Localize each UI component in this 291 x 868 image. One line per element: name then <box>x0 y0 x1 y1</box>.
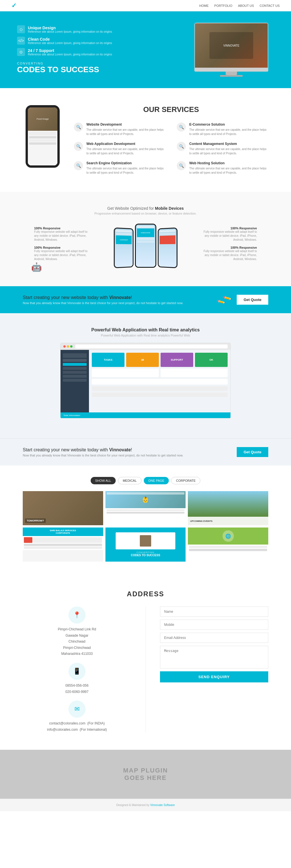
service-name-3: Web Application Development <box>86 142 165 146</box>
mobile-feat-left-title-2: 100% Responsive <box>34 246 91 249</box>
service-item-1: 🔍 Website Development The ultimate servi… <box>74 123 165 136</box>
service-name-5: Search Engine Optimization <box>86 161 165 165</box>
filter-medical[interactable]: MEDICAL <box>118 477 141 484</box>
phone-mockup: Food Image <box>26 105 60 168</box>
services-section: Food Image OUR SERVICES 🔍 Website <box>0 88 291 192</box>
portfolio-section: SHOW ALL MEDICAL ONE PAGE CORPORATE TOMO… <box>0 466 291 573</box>
hero-section: ◇ Unique Design Reference site about Lor… <box>0 11 291 88</box>
feature-desc-1: Reference site about Lorem Ipsum, giving… <box>28 30 112 33</box>
support-icon: ⊙ <box>17 48 25 56</box>
nav-portfolio[interactable]: PORTFOLIO <box>214 4 232 7</box>
webapp-title: Powerful Web Application with Real time … <box>23 328 268 333</box>
service-name-1: Website Development <box>86 123 165 126</box>
feature-title-2: Clean Code <box>28 37 112 41</box>
mobile-sub: Progressive enhancement based on browser… <box>23 212 268 215</box>
nav-about[interactable]: ABOUT US <box>238 4 254 7</box>
hero-feature-3: ⊙ 24 / 7 Support Reference site about Lo… <box>17 48 112 56</box>
mobile-feat-right-desc-2: Fully responsive website will adapt itse… <box>200 249 257 261</box>
portfolio-filters: SHOW ALL MEDICAL ONE PAGE CORPORATE <box>23 477 268 484</box>
mobile-feat-right-desc-1: Fully responsive website will adapt itse… <box>200 230 257 242</box>
portfolio-item-6[interactable]: 🌐 <box>188 528 268 562</box>
form-email-input[interactable] <box>160 633 268 643</box>
address-email-text: contact@colorailes.com (For INDIA) info@… <box>23 720 131 733</box>
services-grid: 🔍 Website Development The ultimate servi… <box>74 123 268 175</box>
mobile-feat-right-1: 100% Responsive Fully responsive website… <box>200 226 257 242</box>
mobile-features-right: 100% Responsive Fully responsive website… <box>200 226 257 265</box>
mobile-feat-right-title-2: 100% Responsive <box>200 246 257 249</box>
form-mobile-input[interactable] <box>160 620 268 630</box>
service-desc-1: The ultimate service that we are capable… <box>86 128 165 136</box>
service-item-3: 🔍 Web Application Development The ultima… <box>74 142 165 155</box>
footer: Designed & Maintained by Vinnovate Softw… <box>0 799 291 811</box>
filter-show-all[interactable]: SHOW ALL <box>91 477 116 484</box>
clean-code-icon: </> <box>17 37 25 44</box>
service-item-6: 🔍 Web Hosting Solution The ultimate serv… <box>177 161 268 175</box>
cta1-button[interactable]: Get Quote <box>237 295 268 305</box>
submit-enquiry-button[interactable]: SEND ENQUIRY <box>160 671 268 682</box>
navigation: ✓ HOME PORTFOLIO ABOUT US CONTACT US <box>0 0 291 11</box>
cms-icon: 🔍 <box>177 142 186 151</box>
address-location-text: Pimpri-Chichwad Link Rd Gawade Nagar Chi… <box>23 626 131 657</box>
feature-desc-2: Reference site about Lorem Ipsum, giving… <box>28 41 112 44</box>
nav-links: HOME PORTFOLIO ABOUT US CONTACT US <box>199 4 280 7</box>
filter-corporate[interactable]: CORPORATE <box>171 477 200 484</box>
email-icon-wrap: ✉ <box>68 701 86 718</box>
cta2-sub: Now that you already know that Vinnovate… <box>23 454 183 457</box>
webapp-sub: Powerful Web Application with Real time … <box>23 334 268 337</box>
address-left: 📍 Pimpri-Chichwad Link Rd Gawade Nagar C… <box>23 607 131 733</box>
cta1-main: Start creating your new website today wi… <box>23 295 183 300</box>
mobile-feat-right-2: 100% Responsive Fully responsive website… <box>200 246 257 261</box>
service-desc-3: The ultimate service that we are capable… <box>86 147 165 155</box>
mobile-feat-left-desc-1: Fully responsive website will adapt itse… <box>34 230 91 242</box>
shri-balaji-label: SHRI BALAJI SERVICESCORPORATE <box>50 529 76 534</box>
services-content: OUR SERVICES 🔍 Website Development The u… <box>74 105 268 175</box>
mobile-feat-left-title-1: 100% Responsive <box>34 226 91 230</box>
mobile-feat-left-desc-2: Fully responsive website will adapt itse… <box>34 249 91 261</box>
portfolio-grid: TOMORROW? 👶 UPCOMING EVENTS <box>23 491 268 562</box>
hosting-icon: 🔍 <box>177 161 186 170</box>
service-desc-5: The ultimate service that we are capable… <box>86 166 165 175</box>
hero-mockup: VINNOVATE <box>194 23 274 77</box>
form-name-input[interactable] <box>160 607 268 617</box>
cta2-brand: Vinnovate <box>109 447 131 452</box>
portfolio-item-3[interactable]: UPCOMING EVENTS <box>188 491 268 525</box>
service-name-2: E-Commerce Solution <box>189 123 268 126</box>
portfolio-item-1[interactable]: TOMORROW? <box>23 491 103 525</box>
hero-features: ◇ Unique Design Reference site about Lor… <box>17 25 112 56</box>
portfolio-codes-label: CODES TO SUCCESS <box>131 554 160 557</box>
feature-title-1: Unique Design <box>28 26 112 30</box>
cta-blue-1: Start creating your new website today wi… <box>0 286 291 313</box>
footer-text: Designed & Maintained by <box>116 804 150 807</box>
form-message-textarea[interactable] <box>160 646 268 669</box>
service-desc-4: The ultimate service that we are capable… <box>189 147 268 155</box>
phone-icon: 📱 <box>73 668 81 675</box>
ecommerce-icon: 🔍 <box>177 123 186 132</box>
nav-contact[interactable]: CONTACT US <box>260 4 280 7</box>
mobile-features-left: 100% Responsive Fully responsive website… <box>34 226 91 265</box>
portfolio-item-5[interactable]: CONVERTING CODES TO SUCCESS <box>105 528 186 562</box>
webapp-dev-icon: 🔍 <box>74 142 83 151</box>
cta-white-2: Start creating your new website today wi… <box>0 438 291 466</box>
address-phone-text: 08554-056-056 020-6060-9997 <box>23 683 131 695</box>
hero-text: ◇ Unique Design Reference site about Lor… <box>17 25 112 74</box>
mobile-headline-strong: Mobile Devices <box>155 206 184 211</box>
service-name-4: Content Management System <box>189 142 268 146</box>
mobile-headline: Get Website Optimized for Mobile Devices <box>23 206 268 211</box>
cta2-button[interactable]: Get Quote <box>237 447 268 457</box>
map-text-line2: GOES HERE <box>23 774 268 782</box>
hero-feature-1: ◇ Unique Design Reference site about Lor… <box>17 25 112 33</box>
feature-desc-3: Reference site about Lorem Ipsum, giving… <box>28 53 112 56</box>
cta1-sub: Now that you already know that Vinnovate… <box>23 301 183 305</box>
portfolio-item-4[interactable]: SHRI BALAJI SERVICESCORPORATE <box>23 528 103 562</box>
nav-home[interactable]: HOME <box>199 4 208 7</box>
map-section: MAP PLUGIN GOES HERE <box>0 750 291 799</box>
cta2-main: Start creating your new website today wi… <box>23 447 183 453</box>
phone-icon-wrap: 📱 <box>68 663 86 680</box>
service-item-2: 🔍 E-Commerce Solution The ultimate servi… <box>177 123 268 136</box>
hero-subtitle: CONVERTING <box>17 62 112 65</box>
filter-one-page[interactable]: ONE PAGE <box>144 477 169 484</box>
mobile-feat-right-title-1: 100% Responsive <box>200 226 257 230</box>
portfolio-item-2[interactable]: 👶 <box>105 491 186 525</box>
webapp-section: Powerful Web Application with Real time … <box>0 313 291 438</box>
footer-brand-link[interactable]: Vinnovate Software <box>150 804 175 807</box>
